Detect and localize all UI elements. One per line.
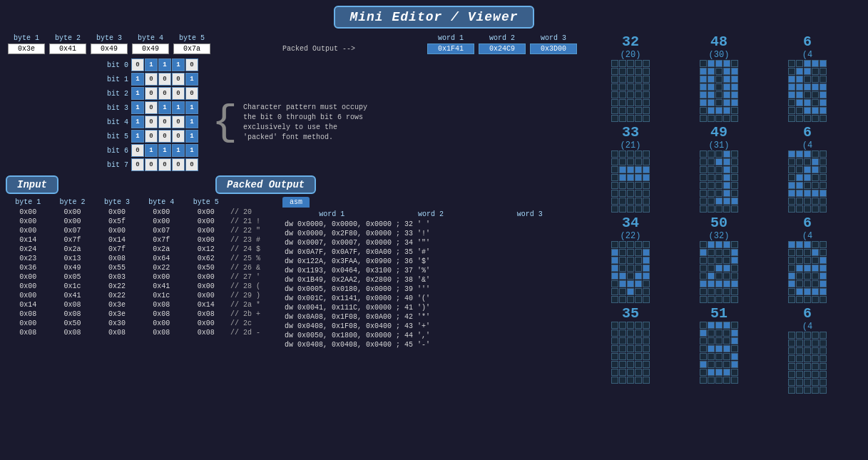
- char-pixel: [619, 115, 626, 122]
- bit-cell[interactable]: 1: [172, 144, 185, 157]
- table-cell: 0x07: [50, 226, 94, 235]
- char-pixel: [796, 182, 803, 189]
- bit-cell[interactable]: 0: [172, 130, 185, 143]
- char-block-sublabel: (4: [802, 50, 812, 60]
- table-cell: 0x08: [6, 310, 50, 319]
- char-pixel-grid: [611, 241, 650, 303]
- char-pixel: [635, 91, 642, 98]
- bit-cell[interactable]: 0: [185, 158, 198, 171]
- input-label: Input: [6, 175, 58, 194]
- word1-input[interactable]: [427, 44, 474, 54]
- bit-cell[interactable]: 0: [131, 58, 144, 71]
- bit-cell[interactable]: 0: [158, 116, 171, 128]
- bit-cell[interactable]: 0: [145, 87, 158, 100]
- bit-cell[interactable]: 0: [158, 130, 171, 143]
- char-pixel: [643, 272, 650, 280]
- char-pixel: [796, 205, 803, 213]
- bit-cell[interactable]: 0: [145, 130, 158, 143]
- table-cell: // 23 #: [228, 235, 277, 245]
- bit-cell[interactable]: 1: [158, 101, 171, 114]
- char-pixel: [715, 68, 723, 75]
- bit-cell[interactable]: 0: [145, 158, 158, 171]
- char-pixel: [731, 296, 738, 303]
- bit-cell[interactable]: 0: [145, 116, 158, 128]
- char-pixel: [731, 166, 738, 173]
- table-row: dw 0x0408, 0x0408, 0x0400 ; 45 '-': [282, 340, 579, 349]
- word3-input[interactable]: [530, 44, 577, 54]
- table-cell: 0x00: [184, 235, 228, 245]
- bit-cell[interactable]: 0: [172, 116, 185, 128]
- bit-cell[interactable]: 1: [185, 144, 198, 157]
- bit-cell[interactable]: 1: [185, 130, 198, 143]
- word2-input[interactable]: [479, 44, 526, 54]
- char-pixel: [812, 166, 819, 173]
- bit-cell[interactable]: 0: [131, 158, 144, 171]
- char-pixel: [700, 60, 707, 67]
- char-pixel: [723, 361, 730, 368]
- bit-cell[interactable]: 1: [172, 101, 185, 114]
- char-pixel: [635, 337, 642, 344]
- byte1-input[interactable]: [8, 44, 45, 54]
- bit-cell[interactable]: 0: [185, 58, 198, 71]
- char-pixel: [708, 76, 715, 83]
- bit-cell[interactable]: 1: [131, 87, 144, 100]
- byte2-header: byte 2: [47, 34, 88, 42]
- bit-cell[interactable]: 1: [131, 130, 144, 143]
- bit-cell[interactable]: 0: [172, 87, 185, 100]
- bit-cell[interactable]: 0: [158, 73, 171, 86]
- char-pixel: [731, 76, 738, 83]
- bit-cell[interactable]: 1: [185, 116, 198, 128]
- char-pixel: [611, 322, 618, 329]
- char-pixel: [731, 377, 738, 384]
- bit-cell[interactable]: 0: [158, 87, 171, 100]
- table-cell: 0x00: [6, 217, 50, 226]
- bit-cell[interactable]: 1: [185, 101, 198, 114]
- table-cell: // 24 $: [228, 245, 277, 254]
- char-pixel: [788, 60, 795, 67]
- char-pixel: [731, 288, 738, 295]
- char-pixel: [715, 198, 723, 205]
- bit-row-label: bit 1: [106, 76, 131, 83]
- bit-cell[interactable]: 1: [131, 116, 144, 128]
- byte5-input[interactable]: [173, 44, 210, 54]
- table-cell: 0x22: [139, 263, 183, 272]
- bit-cell[interactable]: 0: [158, 158, 171, 171]
- input-col-header: byte 3: [95, 197, 139, 208]
- asm-tab[interactable]: asm: [282, 197, 310, 208]
- char-pixel: [611, 205, 618, 213]
- bit-cell[interactable]: 1: [172, 58, 185, 71]
- bit-cell[interactable]: 1: [145, 144, 158, 157]
- table-cell: 0x7f: [95, 245, 139, 254]
- char-block-sublabel: (32): [709, 231, 730, 241]
- char-pixel: [635, 257, 642, 264]
- bit-cell[interactable]: 1: [145, 58, 158, 71]
- bit-cell[interactable]: 1: [131, 101, 144, 114]
- byte3-input[interactable]: [91, 44, 128, 54]
- bit-cell[interactable]: 1: [158, 58, 171, 71]
- bit-row-label: bit 6: [106, 147, 131, 155]
- char-pixel: [715, 288, 723, 295]
- table-cell: 0x14: [6, 300, 50, 310]
- bit-cell[interactable]: 0: [172, 73, 185, 86]
- char-pixel: [788, 241, 795, 248]
- char-pixel: [619, 329, 626, 337]
- char-pixel: [611, 198, 618, 205]
- char-pixel: [796, 107, 803, 114]
- char-pixel: [708, 158, 715, 165]
- table-row: 0x000x500x300x000x00// 2c: [6, 319, 277, 328]
- bit-cell[interactable]: 1: [131, 73, 144, 86]
- bit-cell[interactable]: 0: [131, 144, 144, 157]
- bit-cell[interactable]: 0: [185, 87, 198, 100]
- byte2-input[interactable]: [49, 44, 86, 54]
- char-pixel: [627, 280, 634, 287]
- bit-cell[interactable]: 1: [185, 73, 198, 86]
- char-pixel: [731, 150, 738, 158]
- char-pixel: [723, 83, 730, 91]
- bit-cell[interactable]: 1: [158, 144, 171, 157]
- byte4-input[interactable]: [132, 44, 169, 54]
- bit-cell[interactable]: 0: [145, 73, 158, 86]
- char-pixel: [804, 339, 811, 347]
- bit-cell[interactable]: 0: [145, 101, 158, 114]
- bit-cell[interactable]: 0: [172, 158, 185, 171]
- char-pixel: [715, 369, 723, 376]
